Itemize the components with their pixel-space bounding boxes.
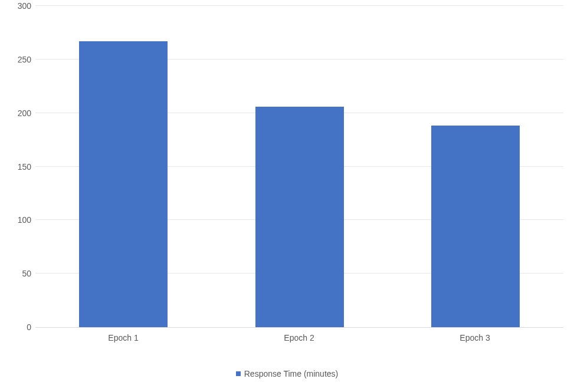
y-tick-label: 200	[5, 108, 31, 118]
y-tick-label: 150	[5, 162, 31, 172]
y-tick-label: 300	[5, 1, 31, 11]
y-tick-label: 50	[5, 269, 31, 278]
bar	[255, 107, 344, 327]
gridline	[35, 5, 563, 6]
y-tick-label: 100	[5, 215, 31, 225]
chart-legend: Response Time (minutes)	[0, 368, 574, 378]
legend-label: Response Time (minutes)	[244, 369, 339, 378]
y-tick-label: 0	[5, 322, 31, 332]
plot-area	[35, 6, 563, 328]
bar-chart: 0 50 100 150 200 250 300 Epoch 1 Epoch 2…	[0, 0, 574, 392]
square-icon	[236, 371, 241, 376]
y-tick-label: 250	[5, 55, 31, 64]
bar	[431, 126, 520, 327]
x-tick-label: Epoch 1	[108, 333, 138, 342]
x-tick-label: Epoch 2	[284, 333, 314, 342]
bar	[79, 41, 168, 327]
legend-item: Response Time (minutes)	[236, 369, 339, 378]
x-tick-label: Epoch 3	[460, 333, 490, 342]
